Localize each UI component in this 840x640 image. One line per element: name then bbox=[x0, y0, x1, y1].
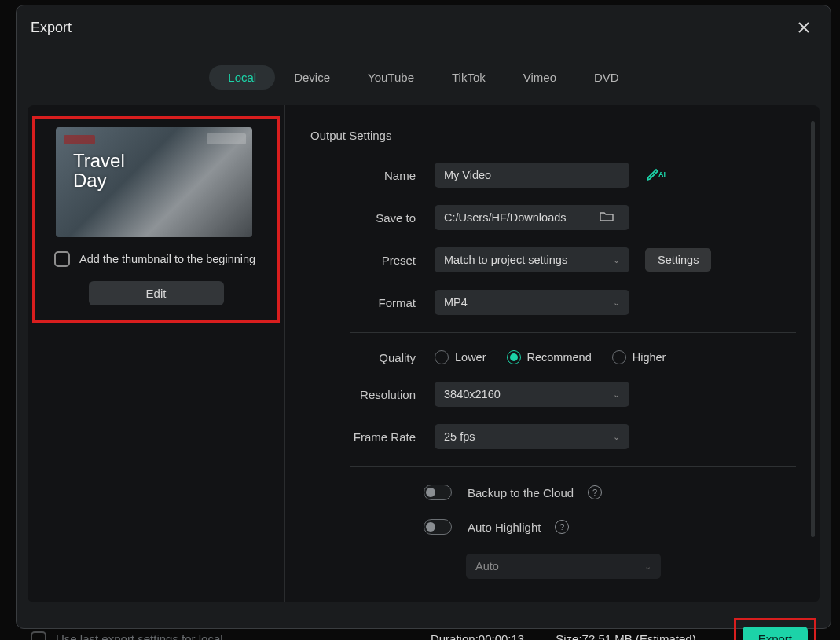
dialog-title: Export bbox=[31, 20, 72, 36]
size-info: Size:72.51 MB (Estimated) bbox=[556, 632, 695, 640]
chevron-down-icon: ⌄ bbox=[613, 432, 620, 442]
export-body: TravelDay Add the thumbnail to the begin… bbox=[28, 105, 820, 602]
thumbnail-preview[interactable]: TravelDay bbox=[56, 127, 252, 237]
output-settings-title: Output Settings bbox=[310, 129, 796, 142]
quality-lower-radio[interactable]: Lower bbox=[435, 350, 486, 364]
auto-highlight-toggle[interactable] bbox=[424, 519, 452, 535]
thumbnail-highlight-frame: TravelDay Add the thumbnail to the begin… bbox=[32, 116, 280, 323]
svg-text:AI: AI bbox=[658, 170, 666, 178]
close-button[interactable] bbox=[793, 16, 815, 38]
chevron-down-icon: ⌄ bbox=[613, 255, 620, 265]
name-input[interactable]: My Video bbox=[435, 163, 629, 188]
add-thumbnail-row: Add the thumbnail to the beginning bbox=[54, 251, 256, 267]
thumbnail-text-overlay: TravelDay bbox=[73, 151, 125, 190]
export-tabs: Local Device YouTube TikTok Vimeo DVD bbox=[17, 65, 831, 90]
export-button-highlight-frame: Export bbox=[734, 618, 816, 640]
edit-thumbnail-button[interactable]: Edit bbox=[89, 281, 224, 305]
add-thumbnail-label: Add the thumbnail to the beginning bbox=[79, 253, 255, 265]
preset-settings-button[interactable]: Settings bbox=[645, 248, 711, 272]
divider bbox=[350, 466, 796, 467]
saveto-input[interactable]: C:/Users/HF/Downloads bbox=[435, 205, 629, 230]
export-dialog: Export Local Device YouTube TikTok Vimeo… bbox=[16, 5, 831, 629]
resolution-label: Resolution bbox=[310, 388, 435, 401]
backup-cloud-toggle[interactable] bbox=[424, 485, 452, 500]
auto-select[interactable]: Auto ⌄ bbox=[466, 554, 661, 579]
use-last-settings-label: Use last export settings for local bbox=[56, 632, 223, 640]
backup-info-icon[interactable]: ? bbox=[588, 485, 602, 499]
format-label: Format bbox=[310, 296, 435, 309]
quality-label: Quality bbox=[310, 351, 435, 364]
thumbnail-panel: TravelDay Add the thumbnail to the begin… bbox=[28, 105, 285, 602]
export-footer: Use last export settings for local Durat… bbox=[17, 610, 831, 640]
close-icon bbox=[796, 20, 812, 35]
saveto-label: Save to bbox=[310, 211, 435, 225]
tab-vimeo[interactable]: Vimeo bbox=[504, 65, 575, 90]
resolution-select[interactable]: 3840x2160 ⌄ bbox=[435, 382, 629, 407]
framerate-label: Frame Rate bbox=[310, 430, 435, 444]
tab-tiktok[interactable]: TikTok bbox=[433, 65, 504, 90]
divider bbox=[350, 332, 796, 333]
auto-highlight-info-icon[interactable]: ? bbox=[555, 520, 569, 534]
preset-label: Preset bbox=[310, 254, 435, 267]
chevron-down-icon: ⌄ bbox=[644, 561, 651, 572]
quality-higher-radio[interactable]: Higher bbox=[612, 350, 666, 364]
chevron-down-icon: ⌄ bbox=[613, 298, 620, 308]
tab-youtube[interactable]: YouTube bbox=[349, 65, 433, 90]
folder-icon bbox=[600, 210, 614, 225]
ai-rename-icon[interactable]: AI bbox=[647, 166, 666, 184]
duration-info: Duration:00:00:13 bbox=[431, 632, 524, 640]
name-label: Name bbox=[310, 169, 435, 182]
tab-local[interactable]: Local bbox=[209, 65, 275, 90]
add-thumbnail-checkbox[interactable] bbox=[54, 251, 70, 267]
tab-device[interactable]: Device bbox=[275, 65, 349, 90]
output-settings-panel: Output Settings Name My Video AI Save to… bbox=[285, 105, 820, 602]
auto-highlight-label: Auto Highlight bbox=[468, 521, 541, 534]
quality-recommend-radio[interactable]: Recommend bbox=[507, 350, 592, 364]
preset-select[interactable]: Match to project settings ⌄ bbox=[435, 247, 629, 272]
framerate-select[interactable]: 25 fps ⌄ bbox=[435, 424, 629, 449]
format-select[interactable]: MP4 ⌄ bbox=[435, 290, 629, 315]
tab-dvd[interactable]: DVD bbox=[575, 65, 638, 90]
use-last-settings-checkbox[interactable] bbox=[31, 631, 46, 641]
scrollbar[interactable] bbox=[811, 121, 815, 537]
quality-radios: Lower Recommend Higher bbox=[435, 350, 666, 364]
backup-cloud-label: Backup to the Cloud bbox=[468, 486, 574, 499]
export-button[interactable]: Export bbox=[743, 627, 808, 640]
chevron-down-icon: ⌄ bbox=[613, 389, 620, 400]
